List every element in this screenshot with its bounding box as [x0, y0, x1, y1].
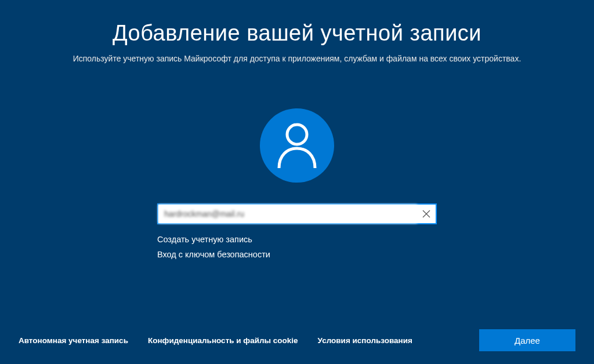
user-avatar	[260, 108, 334, 183]
page-subtitle: Используйте учетную запись Майкрософт дл…	[0, 54, 594, 63]
next-button[interactable]: Далее	[479, 329, 575, 351]
security-key-link[interactable]: Вход с ключом безопасности	[157, 250, 437, 259]
close-icon	[422, 210, 430, 218]
email-input-wrapper[interactable]	[157, 203, 437, 224]
svg-point-0	[287, 125, 307, 144]
person-icon	[276, 122, 318, 169]
page-title: Добавление вашей учетной записи	[0, 21, 594, 46]
privacy-cookies-link[interactable]: Конфиденциальность и файлы cookie	[148, 336, 298, 345]
clear-input-button[interactable]	[417, 205, 436, 223]
offline-account-link[interactable]: Автономная учетная запись	[19, 336, 128, 345]
terms-of-use-link[interactable]: Условия использования	[318, 336, 412, 345]
create-account-link[interactable]: Создать учетную запись	[157, 235, 437, 244]
email-field[interactable]	[158, 205, 417, 223]
